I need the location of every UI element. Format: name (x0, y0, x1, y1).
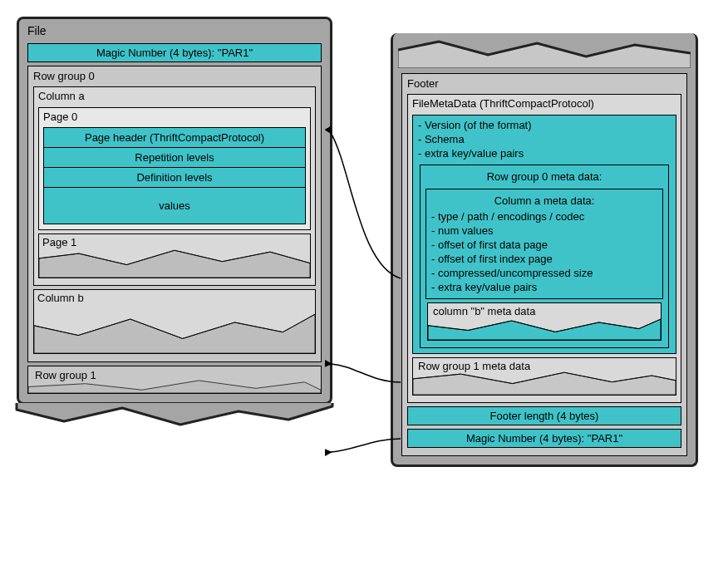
magic-number-header: Magic Number (4 bytes): "PAR1" (27, 43, 322, 62)
page-values: values (44, 187, 305, 224)
column-a-label: Column a (37, 89, 312, 105)
page-header: Page header (ThriftCompactProtocol) (44, 128, 305, 147)
filemetadata-fields: - Version (of the format) - Schema - ext… (412, 115, 676, 354)
file-box: File Magic Number (4 bytes): "PAR1" Row … (17, 17, 332, 405)
definition-levels: Definition levels (44, 167, 305, 187)
magic-number-footer: Magic Number (4 bytes): "PAR1" (407, 429, 681, 448)
columnB-meta-collapsed: column "b" meta data (427, 302, 662, 341)
filemetadata-label: FileMetaData (ThriftCompactProtocol) (411, 96, 678, 112)
column-b-collapsed: Column b (33, 289, 316, 354)
fm-extra: - extra key/value pairs (418, 147, 671, 161)
fm-schema: - Schema (418, 133, 671, 147)
row-group-0-label: Row group 0 (32, 69, 317, 85)
footer-section: Footer FileMetaData (ThriftCompactProtoc… (401, 73, 687, 456)
colA-l3: - offset of first data page (431, 238, 657, 253)
footer-length: Footer length (4 bytes) (407, 406, 681, 425)
colA-meta-label: Column a meta data: (431, 193, 657, 211)
footer-box: Footer FileMetaData (ThriftCompactProtoc… (391, 33, 698, 467)
page-0-structure: Page header (ThriftCompactProtocol) Repe… (43, 127, 306, 224)
rowgroup0-meta: Row group 0 meta data: Column a meta dat… (420, 165, 669, 348)
colA-l5: - compressed/uncompressed size (431, 267, 657, 281)
page-0-label: Page 0 (42, 110, 307, 125)
torn-top-icon (398, 38, 691, 68)
column-a: Column a Page 0 Page header (ThriftCompa… (33, 86, 316, 286)
fm-version: - Version (of the format) (418, 119, 671, 133)
rowgroup1-meta-collapsed: Row group 1 meta data (412, 357, 676, 396)
row-group-1-collapsed: Row group 1 (27, 366, 322, 394)
footer-label: Footer (406, 76, 683, 92)
page-1-collapsed: Page 1 (38, 233, 311, 278)
colA-l4: - offset of first index page (431, 253, 657, 267)
colA-l1: - type / path / encodings / codec (431, 210, 657, 224)
colA-l6: - extra key/value pairs (431, 281, 657, 295)
columnA-meta: Column a meta data: - type / path / enco… (425, 189, 663, 299)
rg0-meta-label: Row group 0 meta data: (425, 169, 663, 187)
page-0: Page 0 Page header (ThriftCompactProtoco… (38, 107, 311, 230)
repetition-levels: Repetition levels (44, 147, 305, 167)
filemetadata: FileMetaData (ThriftCompactProtocol) - V… (407, 94, 681, 403)
torn-edge-icon (14, 403, 335, 428)
file-label: File (24, 22, 325, 41)
colA-l2: - num values (431, 224, 657, 238)
row-group-0: Row group 0 Column a Page 0 Page header … (27, 66, 322, 362)
